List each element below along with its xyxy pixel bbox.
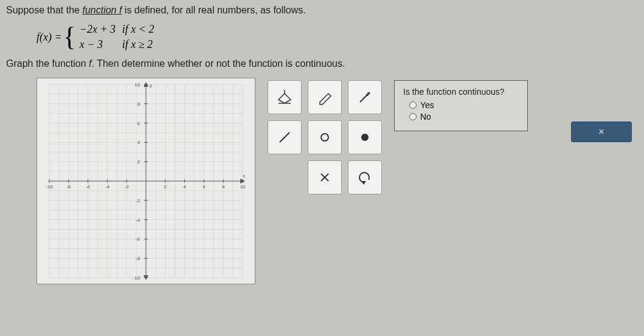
svg-line-93 <box>280 132 289 142</box>
radio-yes[interactable]: Yes <box>409 100 519 110</box>
axes: x y <box>49 82 245 280</box>
ray-tool[interactable] <box>348 80 382 114</box>
undo-icon <box>355 168 375 187</box>
prompt2-b: . Then determine whether or not the func… <box>92 58 345 69</box>
left-brace: { <box>63 26 76 47</box>
svg-text:-4: -4 <box>105 184 110 190</box>
continuity-question: Is the function continuous? Yes No <box>394 80 528 131</box>
svg-text:10: 10 <box>240 184 246 190</box>
pen-tool[interactable] <box>308 80 342 114</box>
intro-text-2: is defined, for all real numbers, as fol… <box>122 5 305 15</box>
close-icon: × <box>598 126 604 137</box>
svg-text:2: 2 <box>137 159 140 165</box>
graph-canvas[interactable]: x y -10-8-6-4-2246810-10-8-6-4-2246810 <box>36 78 255 284</box>
radio-yes-circle[interactable] <box>409 101 417 109</box>
svg-point-95 <box>361 134 369 141</box>
delete-tool[interactable] <box>308 160 342 194</box>
function-link-word[interactable]: function <box>82 5 119 15</box>
piece-2-expr: x − 3 <box>80 38 116 51</box>
intro-text-1: Suppose that the <box>6 5 82 15</box>
svg-text:-4: -4 <box>136 218 140 223</box>
prompt2-a: Graph the function <box>6 58 89 69</box>
svg-text:6: 6 <box>137 121 140 126</box>
svg-text:8: 8 <box>222 184 225 190</box>
radio-yes-label: Yes <box>420 100 434 110</box>
svg-point-94 <box>321 134 328 141</box>
piece-2-cond: if x ≥ 2 <box>122 38 153 51</box>
closed-point-tool[interactable] <box>348 120 382 154</box>
svg-text:-6: -6 <box>136 236 140 242</box>
svg-line-90 <box>360 92 370 102</box>
svg-text:-8: -8 <box>66 184 71 190</box>
pen-tool-icon <box>315 87 334 107</box>
svg-text:-2: -2 <box>136 198 140 204</box>
graph-svg: x y -10-8-6-4-2246810-10-8-6-4-2246810 <box>37 78 255 284</box>
prompt-graph: Graph the function f. Then determine whe… <box>6 58 638 69</box>
svg-text:10: 10 <box>134 82 140 87</box>
svg-text:x: x <box>243 173 245 179</box>
ray-tool-icon <box>355 87 375 107</box>
piece-1-cond: if x < 2 <box>122 23 154 36</box>
piece-2: x − 3 if x ≥ 2 <box>80 38 154 51</box>
svg-text:4: 4 <box>137 140 140 145</box>
radio-no[interactable]: No <box>409 112 519 122</box>
svg-text:-10: -10 <box>46 184 53 190</box>
open-point-icon <box>315 128 334 147</box>
closed-point-icon <box>355 128 375 147</box>
tool-palette <box>268 80 382 194</box>
svg-text:-2: -2 <box>125 184 130 190</box>
svg-text:6: 6 <box>203 184 206 190</box>
segment-tool-icon <box>275 128 294 147</box>
fill-tool-icon <box>275 87 294 107</box>
svg-point-91 <box>366 94 369 96</box>
fill-tool[interactable] <box>268 80 302 114</box>
svg-text:-10: -10 <box>133 275 140 281</box>
pieces: −2x + 3 if x < 2 x − 3 if x ≥ 2 <box>80 23 154 51</box>
svg-text:y: y <box>150 83 152 88</box>
piece-1-expr: −2x + 3 <box>80 23 116 36</box>
svg-marker-98 <box>361 181 366 185</box>
svg-text:4: 4 <box>183 184 186 190</box>
segment-tool[interactable] <box>268 120 302 154</box>
svg-text:2: 2 <box>164 184 167 190</box>
delete-icon <box>315 168 334 187</box>
svg-text:8: 8 <box>137 101 140 107</box>
open-point-tool[interactable] <box>308 120 342 154</box>
close-button[interactable]: × <box>571 122 632 142</box>
undo-tool[interactable] <box>348 160 382 194</box>
radio-no-label: No <box>420 112 431 122</box>
svg-text:-6: -6 <box>86 184 91 190</box>
fx-label: f(x) = <box>36 31 62 44</box>
radio-no-circle[interactable] <box>409 113 417 120</box>
piece-1: −2x + 3 if x < 2 <box>80 23 154 36</box>
problem-intro: Suppose that the function f is defined, … <box>6 5 638 16</box>
svg-text:-8: -8 <box>136 256 140 261</box>
question-title: Is the function continuous? <box>403 87 519 97</box>
piecewise-definition: f(x) = { −2x + 3 if x < 2 x − 3 if x ≥ 2 <box>36 23 638 51</box>
